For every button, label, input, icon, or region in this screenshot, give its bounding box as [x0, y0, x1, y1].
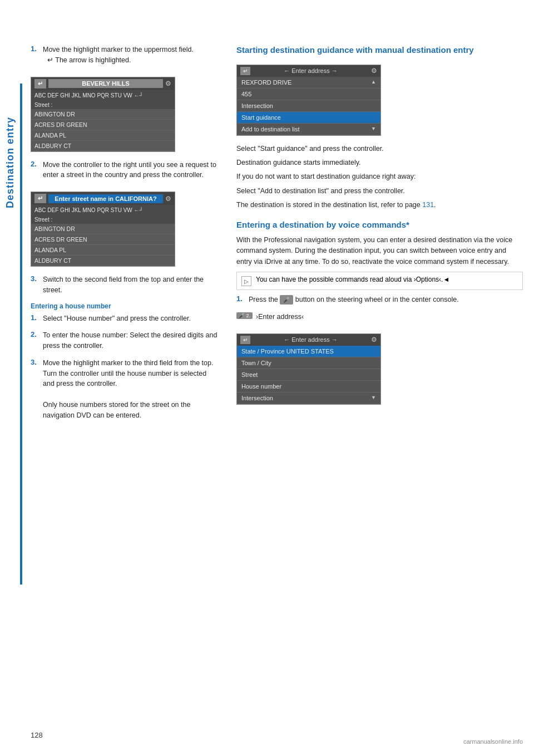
step-2-text: Move the controller to the right until y…	[43, 160, 220, 181]
watermark: carmanualsonline.info	[463, 738, 523, 745]
blue-accent-bar	[20, 84, 22, 585]
screen1-settings-icon: ⚙	[165, 80, 171, 87]
house-step-3-num: 3.	[31, 358, 41, 366]
house-step-3: 3. Move the highlight marker to the thir…	[31, 358, 220, 421]
right-screen2-top-bar: ↵ ← Enter address → ⚙	[237, 334, 380, 346]
section1-body-0: Select "Start guidance" and press the co…	[236, 144, 523, 154]
list-item: ALDBURY CT	[31, 256, 175, 266]
right-screen1-back: ↵	[240, 67, 250, 75]
voice-step-1-text: Press the 🎤 button on the steering wheel…	[249, 294, 459, 305]
page-number: 128	[31, 731, 43, 739]
list-item: ABINGTON DR	[31, 224, 175, 234]
voice-step-1-num: 1.	[236, 294, 246, 303]
section1-body-2: If you do not want to start destination …	[236, 171, 523, 182]
list-item: ALANDA PL	[31, 245, 175, 256]
list-item: ACRES DR GREEN	[31, 234, 175, 245]
right-screen1-top-bar: ↵ ← Enter address → ⚙	[237, 65, 380, 77]
right-screen2-settings: ⚙	[371, 336, 377, 343]
side-label: Destination entry	[0, 84, 20, 756]
step-1-number: 1.	[31, 45, 41, 53]
step-3: 3. Switch to the second field from the t…	[31, 274, 220, 296]
right-column: Starting destination guidance with manua…	[236, 45, 523, 427]
voice-step-2-text: ›Enter address‹	[256, 312, 304, 322]
screen1-top-bar: ↵ BEVERLY HILLS ⚙	[31, 77, 175, 90]
section1-heading: Starting destination guidance with manua…	[236, 45, 523, 56]
screen2-list: ABINGTON DR ACRES DR GREEN ALANDA PL ALD…	[31, 224, 175, 266]
section2-heading: Entering a destination by voice commands…	[236, 219, 523, 230]
step-1-arrow: ↵ The arrow is highlighted.	[47, 55, 194, 66]
right-screen1-item-2: Intersection	[237, 100, 380, 112]
play-icon	[241, 276, 251, 286]
right-screen2-back: ↵	[240, 336, 250, 344]
house-step-2-text: To enter the house number: Select the de…	[43, 330, 220, 351]
step-1: 1. Move the highlight marker to the uppe…	[31, 45, 220, 66]
house-step-2: 2. To enter the house number: Select the…	[31, 330, 220, 351]
voice-step-icon: 🎤 2.	[236, 312, 253, 319]
screen2-title: Enter street name in CALIFORNIA?	[48, 194, 163, 203]
right-screen1-settings: ⚙	[371, 67, 377, 75]
right-screen2-item-3: House number	[237, 381, 380, 392]
right-screen1-item-1: 455	[237, 89, 380, 100]
right-screen1-item-0: REXFORD DRIVE ▲	[237, 77, 380, 89]
info-box-text: You can have the possible commands read …	[256, 276, 449, 283]
voice-step-2: 🎤 2. ›Enter address‹	[236, 312, 523, 322]
section1-body-3: Select "Add to destination list" and pre…	[236, 186, 523, 197]
section2-body-0: With the Professional navigation system,…	[236, 235, 523, 267]
right-screen2-item-4: Intersection ▼	[237, 392, 380, 404]
page-ref-link: 131	[422, 201, 434, 209]
nav-screen-right-2: ↵ ← Enter address → ⚙ State / Province U…	[236, 329, 381, 413]
screen1-title: BEVERLY HILLS	[48, 79, 163, 88]
screen1-keyboard: ABC DEF GHI JKL MNO PQR STU VW ←┘	[31, 90, 175, 101]
list-item: ALDBURY CT	[31, 141, 175, 151]
scroll-down-icon-2: ▼	[371, 395, 376, 401]
info-box: You can have the possible commands read …	[236, 272, 523, 290]
list-item: ALANDA PL	[31, 130, 175, 141]
house-step-2-num: 2.	[31, 330, 41, 338]
list-item: ACRES DR GREEN	[31, 120, 175, 130]
scroll-down-icon: ▼	[371, 126, 376, 132]
section1-body-4: The destination is stored in the destina…	[236, 200, 523, 210]
step-3-number: 3.	[31, 274, 41, 283]
right-screen1-item-4: Add to destination list ▼	[237, 124, 380, 135]
screen2-settings-icon: ⚙	[165, 195, 171, 203]
right-screen2-title: ← Enter address →	[250, 336, 371, 343]
house-number-heading: Entering a house number	[31, 302, 220, 310]
house-step-1: 1. Select "House number" and press the c…	[31, 313, 220, 324]
house-step-1-num: 1.	[31, 313, 41, 322]
step-1-text: Move the highlight marker to the uppermo…	[43, 45, 194, 66]
nav-screen-1: ↵ BEVERLY HILLS ⚙ ABC DEF GHI JKL MNO PQ…	[31, 72, 175, 160]
nav-screen-2: ↵ Enter street name in CALIFORNIA? ⚙ ABC…	[31, 187, 175, 274]
left-column: 1. Move the highlight marker to the uppe…	[31, 45, 220, 427]
screen1-list: ABINGTON DR ACRES DR GREEN ALANDA PL ALD…	[31, 109, 175, 151]
right-screen1-title: ← Enter address →	[250, 67, 371, 74]
nav-screen-right-1: ↵ ← Enter address → ⚙ REXFORD DRIVE ▲ 45…	[236, 60, 381, 144]
screen2-top-bar: ↵ Enter street name in CALIFORNIA? ⚙	[31, 192, 175, 205]
house-step-1-text: Select "House number" and press the cont…	[43, 313, 191, 324]
screen1-street-label: Street :	[31, 101, 175, 109]
step-2: 2. Move the controller to the right unti…	[31, 160, 220, 181]
right-screen2-item-2: Street	[237, 369, 380, 381]
list-item: ABINGTON DR	[31, 109, 175, 120]
screen2-keyboard: ABC DEF GHI JKL MNO PQR STU VW ←┘	[31, 205, 175, 215]
mic-button-icon: 🎤	[280, 295, 293, 305]
section1-body-1: Destination guidance starts immediately.	[236, 158, 523, 168]
screen2-street-label: Street :	[31, 215, 175, 224]
house-step-3-text: Move the highlight marker to the third f…	[43, 358, 220, 421]
step-2-number: 2.	[31, 160, 41, 168]
step-3-text: Switch to the second field from the top …	[43, 274, 220, 296]
screen1-back-icon: ↵	[34, 79, 46, 89]
screen2-back-icon: ↵	[34, 194, 46, 203]
right-screen2-item-0: State / Province UNITED STATES	[237, 346, 380, 357]
scroll-up-icon: ▲	[371, 79, 376, 86]
right-screen1-item-3: Start guidance	[237, 112, 380, 124]
right-screen2-item-1: Town / City	[237, 357, 380, 369]
voice-step-1: 1. Press the 🎤 button on the steering wh…	[236, 294, 523, 305]
